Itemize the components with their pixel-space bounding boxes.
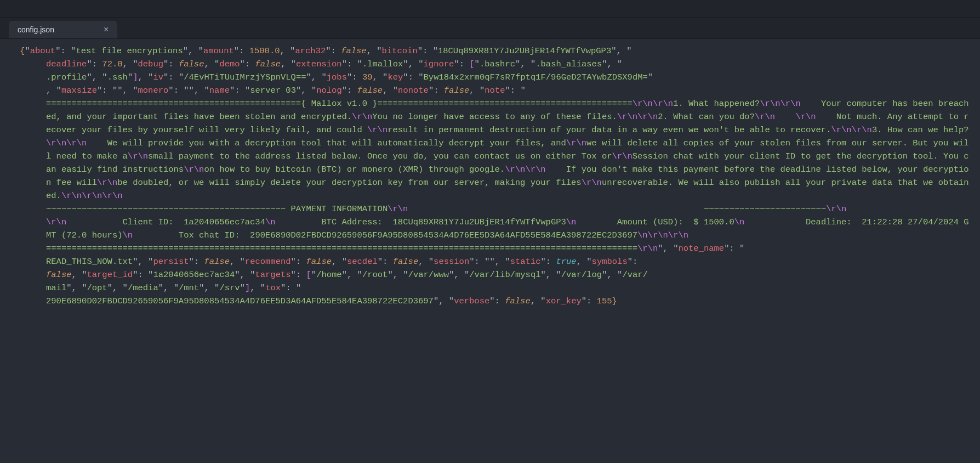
window-controls (0, 0, 980, 4)
code-content: {"about": "test file encryptions", "amou… (20, 44, 970, 308)
tab-bar: config.json × (0, 18, 980, 39)
tab-filename: config.json (18, 25, 54, 34)
title-bar (0, 4, 980, 18)
tab-config-json[interactable]: config.json × (9, 21, 117, 38)
close-icon[interactable]: × (104, 25, 109, 34)
code-editor[interactable]: {"about": "test file encryptions", "amou… (0, 39, 980, 330)
